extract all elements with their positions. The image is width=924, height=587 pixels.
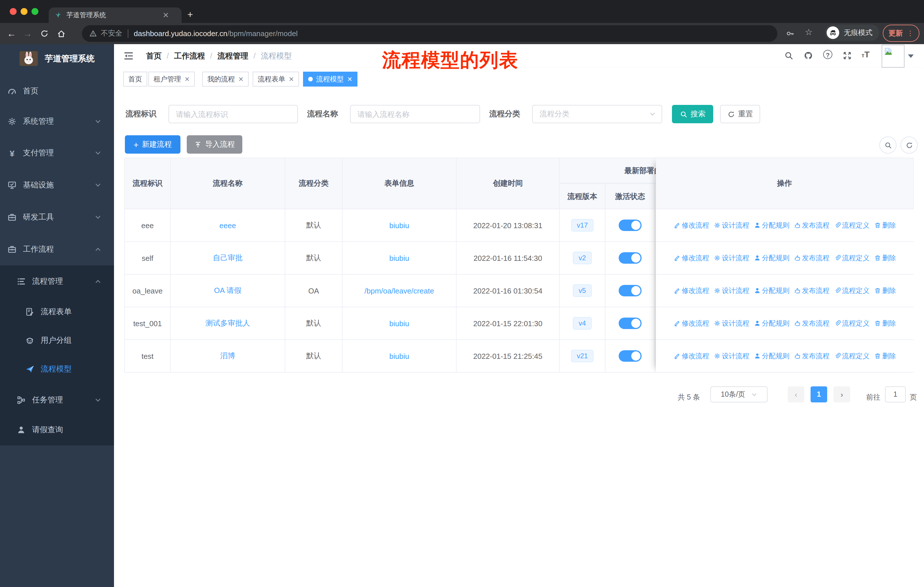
sidebar-item-process-model[interactable]: 流程模型 xyxy=(0,354,114,384)
create-process-button[interactable]: + 新建流程 xyxy=(125,135,180,154)
publish-process-link[interactable]: 发布流程 xyxy=(794,351,830,361)
design-process-link[interactable]: 设计流程 xyxy=(714,286,749,296)
back-icon[interactable]: ← xyxy=(7,28,16,39)
delete-link[interactable]: 删除 xyxy=(874,318,896,328)
reload-icon[interactable] xyxy=(40,29,49,38)
sidebar-item-payment[interactable]: ¥ 支付管理 xyxy=(0,138,114,168)
design-process-link[interactable]: 设计流程 xyxy=(714,318,749,328)
url-bar[interactable]: 不安全 dashboard.yudao.iocoder.cn/bpm/manag… xyxy=(82,25,777,42)
design-process-link[interactable]: 设计流程 xyxy=(714,220,749,230)
breadcrumb-process-management[interactable]: 流程管理 xyxy=(218,51,248,61)
edit-process-link[interactable]: 修改流程 xyxy=(674,220,709,230)
home-icon[interactable] xyxy=(57,29,66,38)
delete-link[interactable]: 删除 xyxy=(874,351,896,361)
assign-rule-link[interactable]: 分配规则 xyxy=(754,253,789,263)
active-toggle[interactable] xyxy=(619,285,642,296)
design-process-link[interactable]: 设计流程 xyxy=(714,253,749,263)
sidebar-item-home[interactable]: 首页 xyxy=(0,76,114,106)
process-id-input[interactable] xyxy=(168,105,298,123)
sidebar-fold-icon[interactable] xyxy=(124,51,134,61)
design-process-link[interactable]: 设计流程 xyxy=(714,351,749,361)
tag-close-icon[interactable]: ✕ xyxy=(289,75,294,83)
new-tab-button[interactable]: + xyxy=(187,7,193,22)
sidebar-logo[interactable]: 芋道管理系统 xyxy=(0,44,114,73)
tag-close-icon[interactable]: ✕ xyxy=(238,75,243,83)
form-link[interactable]: biubiu xyxy=(389,254,409,262)
forward-icon[interactable]: → xyxy=(23,28,32,39)
publish-process-link[interactable]: 发布流程 xyxy=(794,220,830,230)
refresh-table-button[interactable] xyxy=(901,136,918,154)
not-secure-warning-icon[interactable] xyxy=(89,30,97,37)
next-page-button[interactable]: › xyxy=(833,386,850,402)
prev-page-button[interactable]: ‹ xyxy=(788,386,804,402)
process-name-link[interactable]: OA 请假 xyxy=(214,286,241,296)
form-link[interactable]: biubiu xyxy=(389,221,409,230)
sidebar-item-infrastructure[interactable]: 基础设施 xyxy=(0,170,114,200)
browser-menu-icon[interactable]: ⋮ xyxy=(907,29,914,37)
tag-process-model[interactable]: 流程模型✕ xyxy=(303,72,358,86)
process-name-input[interactable] xyxy=(350,105,480,123)
active-toggle[interactable] xyxy=(619,220,642,231)
process-definition-link[interactable]: 流程定义 xyxy=(834,351,870,361)
delete-link[interactable]: 删除 xyxy=(874,286,896,296)
tag-close-icon[interactable]: ✕ xyxy=(185,75,190,83)
edit-process-link[interactable]: 修改流程 xyxy=(674,286,709,296)
assign-rule-link[interactable]: 分配规则 xyxy=(754,351,789,361)
sidebar-item-task-management[interactable]: 任务管理 xyxy=(0,385,114,415)
active-toggle[interactable] xyxy=(619,252,642,264)
assign-rule-link[interactable]: 分配规则 xyxy=(754,220,789,230)
category-select[interactable]: 流程分类 xyxy=(532,105,662,123)
goto-page-input[interactable] xyxy=(885,386,906,402)
import-process-button[interactable]: 导入流程 xyxy=(187,135,242,154)
edit-process-link[interactable]: 修改流程 xyxy=(674,318,709,328)
edit-process-link[interactable]: 修改流程 xyxy=(674,253,709,263)
browser-update-button[interactable]: 更新 ⋮ xyxy=(883,25,919,42)
process-name-link[interactable]: 自己审批 xyxy=(213,253,243,263)
tag-close-icon[interactable]: ✕ xyxy=(347,75,352,83)
publish-process-link[interactable]: 发布流程 xyxy=(794,286,830,296)
breadcrumb-home[interactable]: 首页 xyxy=(146,51,162,61)
active-toggle[interactable] xyxy=(619,350,642,362)
github-icon[interactable] xyxy=(804,51,813,60)
tag-tenant[interactable]: 租户管理✕ xyxy=(148,72,195,86)
process-definition-link[interactable]: 流程定义 xyxy=(834,318,870,328)
page-size-select[interactable]: 10条/页 xyxy=(710,386,767,402)
process-name-link[interactable]: 滔博 xyxy=(220,351,235,361)
sidebar-item-user-group[interactable]: 用户分组 xyxy=(0,326,114,356)
publish-process-link[interactable]: 发布流程 xyxy=(794,318,830,328)
breadcrumb-workflow[interactable]: 工作流程 xyxy=(174,51,205,61)
edit-process-link[interactable]: 修改流程 xyxy=(674,351,709,361)
process-definition-link[interactable]: 流程定义 xyxy=(834,253,870,263)
sidebar-item-process-management[interactable]: 流程管理 xyxy=(0,266,114,296)
tag-my-process[interactable]: 我的流程✕ xyxy=(202,72,249,86)
search-icon[interactable] xyxy=(784,51,794,60)
sidebar-item-system[interactable]: 系统管理 xyxy=(0,107,114,136)
delete-link[interactable]: 删除 xyxy=(874,220,896,230)
sidebar-item-leave-query[interactable]: 请假查询 xyxy=(0,415,114,445)
publish-process-link[interactable]: 发布流程 xyxy=(794,253,830,263)
bookmark-star-icon[interactable]: ☆ xyxy=(805,27,813,37)
process-definition-link[interactable]: 流程定义 xyxy=(834,220,870,230)
toggle-search-button[interactable] xyxy=(879,136,896,154)
process-name-link[interactable]: 测试多审批人 xyxy=(205,318,250,329)
tag-process-form[interactable]: 流程表单✕ xyxy=(252,72,299,86)
tab-close-icon[interactable]: ✕ xyxy=(163,11,169,20)
fullscreen-icon[interactable] xyxy=(843,51,852,60)
tag-home[interactable]: 首页 xyxy=(123,72,147,86)
password-key-icon[interactable] xyxy=(786,29,795,38)
avatar[interactable] xyxy=(882,45,904,68)
browser-tab[interactable]: 芋道管理系统 ✕ xyxy=(49,7,182,23)
help-icon[interactable]: ? xyxy=(823,50,832,59)
window-minimize-button[interactable] xyxy=(21,8,28,15)
assign-rule-link[interactable]: 分配规则 xyxy=(754,318,789,328)
window-zoom-button[interactable] xyxy=(31,8,38,15)
assign-rule-link[interactable]: 分配规则 xyxy=(754,286,789,296)
reset-button[interactable]: 重置 xyxy=(720,105,760,123)
sidebar-item-workflow[interactable]: 工作流程 xyxy=(0,235,114,264)
delete-link[interactable]: 删除 xyxy=(874,253,896,263)
window-close-button[interactable] xyxy=(10,8,16,15)
form-link[interactable]: biubiu xyxy=(389,319,409,327)
search-button[interactable]: 搜索 xyxy=(672,105,713,123)
form-link[interactable]: biubiu xyxy=(389,352,409,360)
sidebar-item-dev-tools[interactable]: 研发工具 xyxy=(0,202,114,232)
